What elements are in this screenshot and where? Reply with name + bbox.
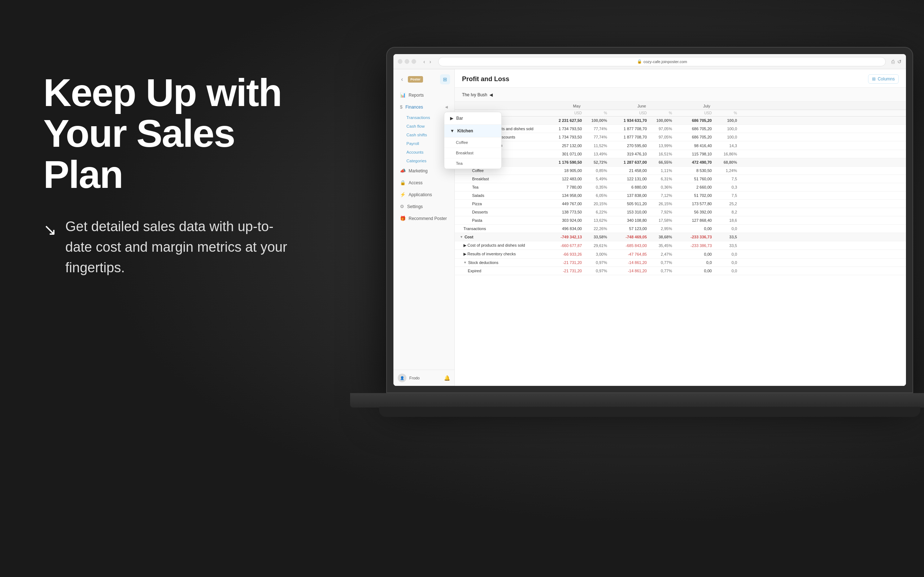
table-row[interactable]: Coffee 18 905,00 0,85% 21 458,00 1,11% 8… <box>455 167 906 175</box>
cell-jul-pct: 0,0 <box>714 225 739 233</box>
cell-jun-usd: 1 877 708,70 <box>609 133 649 141</box>
cell-jun-usd: 1 287 637,00 <box>609 158 649 166</box>
browser-close-btn[interactable] <box>398 59 402 64</box>
cell-jul-usd: 472 490,70 <box>674 158 714 166</box>
cell-jul-usd: 56 392,00 <box>674 208 714 216</box>
cell-may-usd: 496 834,00 <box>544 225 584 233</box>
sidebar-item-accounts[interactable]: Accounts <box>396 148 452 156</box>
sidebar-icon-button[interactable]: ⊞ <box>440 74 450 84</box>
table-row[interactable]: Tea 7 780,00 0,35% 6 880,00 0,36% 2 660,… <box>455 183 906 192</box>
cell-may-pct: 77,74% <box>584 125 609 133</box>
cell-jun-pct: 100,00% <box>649 116 674 124</box>
sidebar-item-settings[interactable]: ⚙ Settings <box>396 201 452 212</box>
sidebar-item-reports[interactable]: 📊 Reports <box>396 89 452 101</box>
cell-jul-pct: 33,5 <box>714 242 739 250</box>
sidebar-item-cashflow[interactable]: Cash flow <box>396 122 452 131</box>
cell-jun-usd: 319 476,10 <box>609 150 649 158</box>
sidebar-header: ‹ Poster ⊞ <box>393 72 454 87</box>
sub-headers: USD % USD % USD % <box>455 110 906 116</box>
sidebar-item-payroll[interactable]: Payroll <box>396 139 452 148</box>
row-label: ▶ Cost of products and dishes sold <box>458 241 544 250</box>
share-icon[interactable]: ⎙ <box>892 59 894 64</box>
overlay-item-bar[interactable]: ▶ Bar <box>444 112 501 125</box>
cell-jul-usd: 0,00 <box>674 225 714 233</box>
cell-jun-pct: 7,12% <box>649 192 674 200</box>
url-lock-icon: 🔒 <box>637 59 642 64</box>
cell-may-usd: 138 773,50 <box>544 208 584 216</box>
sidebar-item-transactions[interactable]: Transactions <box>396 113 452 122</box>
columns-icon: ⊞ <box>872 76 876 82</box>
sh-jul-usd: USD <box>674 110 714 116</box>
sidebar-item-finances[interactable]: $ Finances ◀ <box>396 102 452 113</box>
cell-may-usd: -660 677,87 <box>544 242 584 250</box>
table-row[interactable]: ▶ Without station 257 132,00 11,52% 270 … <box>455 141 906 150</box>
table-row[interactable]: Breakfast 122 483,00 5,49% 122 131,00 6,… <box>455 175 906 183</box>
cell-jul-pct: 0,0 <box>714 267 739 275</box>
table-row[interactable]: ▼ Revenue after discounts 1 734 793,50 7… <box>455 133 906 141</box>
finances-collapse-icon: ◀ <box>445 105 448 109</box>
cell-jun-usd: 137 838,00 <box>609 192 649 200</box>
cell-jul-usd: 173 577,80 <box>674 200 714 208</box>
cell-may-pct: 0,97% <box>584 267 609 275</box>
table-row[interactable]: Pasta 303 924,00 13,62% 340 108,80 17,58… <box>455 216 906 225</box>
cell-jul-pct: 0,3 <box>714 183 739 191</box>
table-row[interactable]: ▶ Results of inventory checks -66 933,26… <box>455 250 906 259</box>
cell-jul-usd: 98 416,40 <box>674 142 714 150</box>
table-row[interactable]: ▼ Cost -749 342,13 33,58% -748 469,05 38… <box>455 233 906 241</box>
columns-button[interactable]: ⊞ Columns <box>868 74 899 84</box>
cell-jun-usd: 122 131,00 <box>609 175 649 183</box>
table-row[interactable]: ▼ Revenue 2 231 627,50 100,00% 1 934 631… <box>455 116 906 125</box>
browser-maximize-btn[interactable] <box>412 59 416 64</box>
venue-selector[interactable]: The Ivy Bush ◀ <box>462 92 493 97</box>
table-row[interactable]: ▼ Stock deductions -21 731,20 0,97% -14 … <box>455 259 906 267</box>
url-text: cozy-cafe.joinposter.com <box>643 60 687 64</box>
table-row[interactable]: Salads 134 958,00 6,05% 137 838,00 7,12%… <box>455 192 906 200</box>
sidebar-item-marketing[interactable]: 📣 Marketing <box>396 165 452 176</box>
table-row[interactable]: Desserts 138 773,50 6,22% 153 310,00 7,9… <box>455 208 906 216</box>
browser-forward-arrow[interactable]: › <box>428 58 433 65</box>
overlay-subitem-coffee[interactable]: Coffee <box>444 137 501 148</box>
sidebar-item-cashshifts[interactable]: Cash shifts <box>396 131 452 139</box>
sidebar-item-access[interactable]: 🔒 Access <box>396 177 452 188</box>
cell-jul-usd: -233 336,73 <box>674 233 714 241</box>
table-row[interactable]: Expired -21 731,20 0,97% -14 861,20 0,77… <box>455 267 906 275</box>
table-row[interactable]: ▼ Revenue of products and dishes sold 1 … <box>455 125 906 133</box>
cell-jul-usd: -233 386,73 <box>674 242 714 250</box>
sidebar-item-applications[interactable]: ⚡ Applications <box>396 189 452 200</box>
cell-jul-pct: 7,5 <box>714 192 739 200</box>
table-row[interactable]: Transactions 496 834,00 22,26% 57 123,00… <box>455 225 906 233</box>
cell-jul-usd: 2 660,00 <box>674 183 714 191</box>
overlay-subitem-tea[interactable]: Tea <box>444 158 501 169</box>
overlay-subitem-breakfast[interactable]: Breakfast <box>444 148 501 158</box>
cell-jul-usd: 51 702,00 <box>674 192 714 200</box>
table-row[interactable]: Pizza 449 767,00 20,15% 505 911,20 26,15… <box>455 200 906 208</box>
browser-url-bar[interactable]: 🔒 cozy-cafe.joinposter.com <box>438 57 886 66</box>
cell-jul-usd: 686 705,20 <box>674 125 714 133</box>
cell-jun-usd: -14 861,20 <box>609 267 649 275</box>
laptop-outer: ‹ › 🔒 cozy-cafe.joinposter.com ⎙ ↺ ‹ <box>386 47 913 393</box>
table-row[interactable]: ▼ Kitchen 1 176 590,50 52,72% 1 287 637,… <box>455 158 906 167</box>
browser-back-arrow[interactable]: ‹ <box>422 58 426 65</box>
cell-may-pct: 6,05% <box>584 192 609 200</box>
row-label: ▼ Cost <box>458 233 544 241</box>
cell-jun-usd: 505 911,20 <box>609 200 649 208</box>
table-row[interactable]: 301 071,00 13,49% 319 476,10 16,51% 115 … <box>455 150 906 158</box>
cell-jul-pct: 100,0 <box>714 116 739 124</box>
cell-may-pct: 0,97% <box>584 259 609 266</box>
sidebar-item-categories[interactable]: Categories <box>396 156 452 165</box>
notification-bell-icon[interactable]: 🔔 <box>444 375 450 381</box>
cell-may-usd: -21 731,20 <box>544 267 584 275</box>
sidebar-back-button[interactable]: ‹ <box>398 75 406 84</box>
cell-may-pct: 11,52% <box>584 142 609 150</box>
overlay-item-kitchen[interactable]: ▼ Kitchen <box>444 125 501 137</box>
main-header: Profit and Loss ⊞ Columns <box>455 69 906 88</box>
cell-jul-pct: 14,3 <box>714 142 739 150</box>
browser-minimize-btn[interactable] <box>405 59 409 64</box>
refresh-icon[interactable]: ↺ <box>897 59 901 64</box>
cell-may-usd: 1 734 793,50 <box>544 125 584 133</box>
sidebar-item-recommend[interactable]: 🎁 Recommend Poster <box>396 213 452 224</box>
cell-jun-usd: 21 458,00 <box>609 167 649 174</box>
table-row[interactable]: ▶ Cost of products and dishes sold -660 … <box>455 241 906 250</box>
cell-jul-usd: 8 530,50 <box>674 167 714 174</box>
cell-jun-pct: 35,45% <box>649 242 674 250</box>
